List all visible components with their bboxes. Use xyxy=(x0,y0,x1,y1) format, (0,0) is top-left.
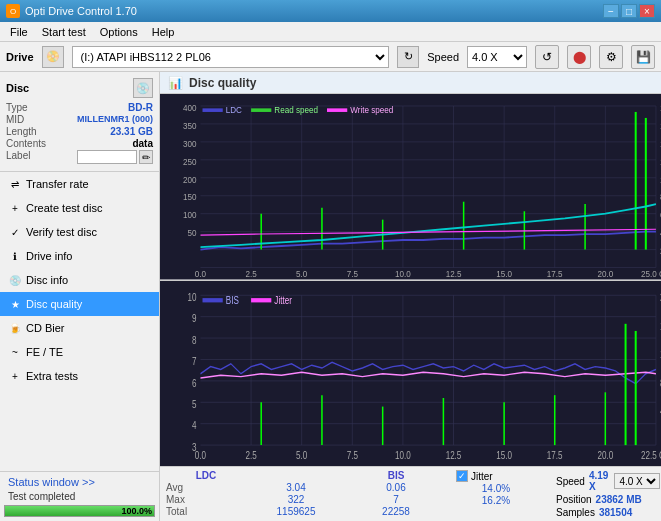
menu-options[interactable]: Options xyxy=(94,25,144,39)
svg-text:7.5: 7.5 xyxy=(347,448,359,461)
title-bar-left: O Opti Drive Control 1.70 xyxy=(6,4,137,18)
sidebar-item-disc-info[interactable]: 💿 Disc info xyxy=(0,268,159,292)
verify-icon: ✓ xyxy=(8,225,22,239)
speed-label: Speed xyxy=(427,51,459,63)
svg-text:2.5: 2.5 xyxy=(245,268,256,279)
chart-title: Disc quality xyxy=(189,76,256,90)
close-button[interactable]: × xyxy=(639,4,655,18)
svg-text:10.0: 10.0 xyxy=(395,448,411,461)
sidebar-item-create-test-disc[interactable]: + Create test disc xyxy=(0,196,159,220)
svg-text:15.0: 15.0 xyxy=(496,448,512,461)
sidebar-item-cd-bier[interactable]: 🍺 CD Bier xyxy=(0,316,159,340)
position-row: Position 23862 MB xyxy=(556,494,660,505)
cd-bier-icon: 🍺 xyxy=(8,321,22,335)
sidebar-item-verify-test-disc[interactable]: ✓ Verify test disc xyxy=(0,220,159,244)
title-controls: − □ × xyxy=(603,4,655,18)
sidebar-item-disc-quality[interactable]: ★ Disc quality xyxy=(0,292,159,316)
svg-text:12.5: 12.5 xyxy=(446,448,462,461)
menu-help[interactable]: Help xyxy=(146,25,181,39)
drive-info-icon: ℹ xyxy=(8,249,22,263)
speed-select[interactable]: 4.0 X xyxy=(467,46,527,68)
svg-rect-102 xyxy=(203,298,223,302)
refresh-icon[interactable]: ↺ xyxy=(535,45,559,69)
sidebar-item-drive-info[interactable]: ℹ Drive info xyxy=(0,244,159,268)
disc-mid-label: MID xyxy=(6,114,24,125)
svg-text:Jitter: Jitter xyxy=(274,293,292,306)
svg-text:0.0: 0.0 xyxy=(195,448,207,461)
sidebar-item-extra-tests[interactable]: + Extra tests xyxy=(0,364,159,388)
disc-quality-icon: ★ xyxy=(8,297,22,311)
sidebar-item-label: Disc info xyxy=(26,274,68,286)
sidebar-item-label: Disc quality xyxy=(26,298,82,310)
sidebar: Disc 💿 Type BD-R MID MILLENMR1 (000) Len… xyxy=(0,72,160,521)
ldc-total-val: 1159625 xyxy=(256,506,336,517)
speed-row: Speed 4.19 X 4.0 X xyxy=(556,470,660,492)
jitter-checkbox[interactable]: ✓ xyxy=(456,470,468,482)
disc-label-input[interactable] xyxy=(77,150,137,164)
svg-rect-51 xyxy=(327,108,347,112)
settings-icon[interactable]: ⚙ xyxy=(599,45,623,69)
jitter-col: ✓ Jitter 14.0% 16.2% xyxy=(456,470,536,518)
svg-text:7: 7 xyxy=(192,354,197,367)
drive-select[interactable]: (I:) ATAPI iHBS112 2 PL06 xyxy=(72,46,390,68)
top-chart: 400 350 300 250 200 150 100 50 18X 16X 1… xyxy=(160,94,661,281)
stop-icon[interactable]: ⬤ xyxy=(567,45,591,69)
disc-label-icon[interactable]: ✏ xyxy=(139,150,153,164)
svg-text:17.5: 17.5 xyxy=(547,448,563,461)
speed-target-select[interactable]: 4.0 X xyxy=(614,473,660,489)
maximize-button[interactable]: □ xyxy=(621,4,637,18)
svg-text:4: 4 xyxy=(192,419,197,432)
svg-text:17.5: 17.5 xyxy=(547,268,563,279)
progress-bar-container: 100.0% xyxy=(4,505,155,517)
svg-text:2.5: 2.5 xyxy=(245,448,257,461)
bis-max-val: 7 xyxy=(356,494,436,505)
svg-text:100: 100 xyxy=(183,210,197,221)
jitter-check: ✓ Jitter xyxy=(456,470,536,482)
sidebar-item-transfer-rate[interactable]: ⇌ Transfer rate xyxy=(0,172,159,196)
svg-text:150: 150 xyxy=(183,192,197,203)
disc-action-icon[interactable]: 💿 xyxy=(133,78,153,98)
position-label: Position xyxy=(556,494,592,505)
svg-text:350: 350 xyxy=(183,120,197,131)
svg-text:LDC: LDC xyxy=(226,105,243,116)
fe-te-icon: ~ xyxy=(8,345,22,359)
svg-text:9: 9 xyxy=(192,311,197,324)
svg-rect-0 xyxy=(160,94,661,280)
svg-text:400: 400 xyxy=(183,102,197,113)
stats-bar: LDC Avg Max Total 3.04 322 1159625 BIS 0… xyxy=(160,466,661,521)
samples-val: 381504 xyxy=(599,507,632,518)
minimize-button[interactable]: − xyxy=(603,4,619,18)
status-section: Status window >> Test completed 100.0% xyxy=(0,471,159,521)
sidebar-item-label: Create test disc xyxy=(26,202,102,214)
disc-contents-row: Contents data xyxy=(6,138,153,149)
svg-text:Write speed: Write speed xyxy=(350,105,393,116)
drive-label: Drive xyxy=(6,51,34,63)
speed-header-label: Speed xyxy=(556,476,585,487)
total-label: Total xyxy=(166,506,246,517)
svg-rect-47 xyxy=(203,108,223,112)
sidebar-item-label: Transfer rate xyxy=(26,178,89,190)
disc-type-value: BD-R xyxy=(128,102,153,113)
disc-label-label: Label xyxy=(6,150,30,164)
drive-eject-icon[interactable]: 📀 xyxy=(42,46,64,68)
menu-file[interactable]: File xyxy=(4,25,34,39)
svg-text:BIS: BIS xyxy=(226,293,239,306)
jitter-avg-val: 14.0% xyxy=(456,483,536,494)
svg-text:0.0: 0.0 xyxy=(195,268,206,279)
bis-values-col: BIS 0.06 7 22258 xyxy=(356,470,436,517)
menu-start-test[interactable]: Start test xyxy=(36,25,92,39)
svg-text:12.5: 12.5 xyxy=(446,268,462,279)
ldc-max-val: 322 xyxy=(256,494,336,505)
svg-text:20.0: 20.0 xyxy=(597,268,613,279)
drive-refresh-icon[interactable]: ↻ xyxy=(397,46,419,68)
save-icon[interactable]: 💾 xyxy=(631,45,655,69)
svg-text:5: 5 xyxy=(192,397,197,410)
bis-avg-val: 0.06 xyxy=(356,482,436,493)
title-bar: O Opti Drive Control 1.70 − □ × xyxy=(0,0,661,22)
sidebar-nav: ⇌ Transfer rate + Create test disc ✓ Ver… xyxy=(0,172,159,471)
svg-rect-104 xyxy=(251,298,271,302)
sidebar-item-fe-te[interactable]: ~ FE / TE xyxy=(0,340,159,364)
samples-row: Samples 381504 xyxy=(556,507,660,518)
drive-bar: Drive 📀 (I:) ATAPI iHBS112 2 PL06 ↻ Spee… xyxy=(0,42,661,72)
status-window-header[interactable]: Status window >> xyxy=(0,474,159,490)
